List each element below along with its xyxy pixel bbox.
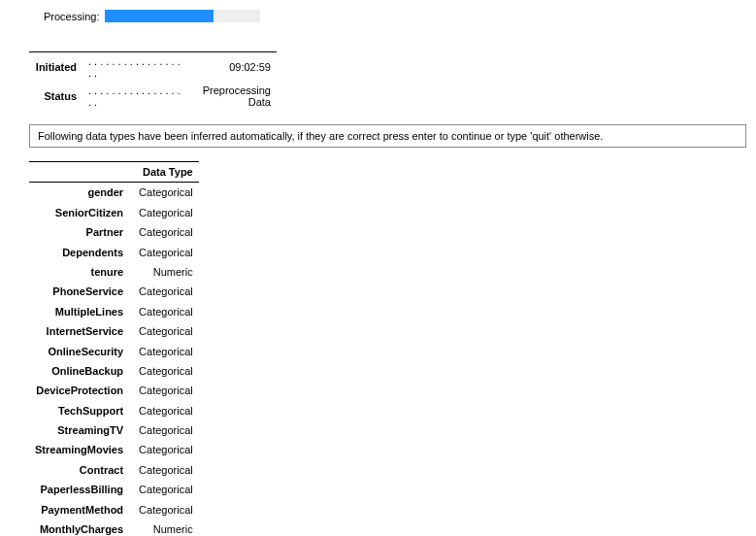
dtype-table: Data Type genderCategoricalSeniorCitizen… [29,161,199,536]
feature-name: StreamingMovies [29,440,129,459]
feature-name: MonthlyCharges [29,519,129,536]
feature-type: Categorical [129,381,199,400]
feature-name: OnlineBackup [29,361,129,381]
table-row: DeviceProtectionCategorical [29,381,199,400]
feature-type: Categorical [129,342,199,361]
feature-name: SeniorCitizen [29,203,129,222]
status-tbody: Initiated. . . . . . . . . . . . . . . .… [29,52,277,112]
feature-name: TechSupport [29,401,129,420]
status-table: Initiated. . . . . . . . . . . . . . . .… [29,51,277,111]
table-row: InternetServiceCategorical [29,321,199,341]
feature-name: MultipleLines [29,302,129,321]
feature-type: Categorical [129,222,199,242]
dtype-tbody: genderCategoricalSeniorCitizenCategorica… [29,183,199,536]
table-row: TechSupportCategorical [29,401,199,420]
status-dots: . . . . . . . . . . . . . . . . . . [82,52,189,83]
table-row: tenureNumeric [29,262,199,282]
feature-type: Categorical [129,243,199,262]
feature-type: Categorical [129,480,199,499]
table-row: OnlineSecurityCategorical [29,342,199,361]
status-value: Preprocessing Data [189,82,277,111]
table-row: PhoneServiceCategorical [29,282,199,301]
processing-row: Processing: [44,10,756,22]
feature-name: PhoneService [29,282,129,301]
feature-name: Contract [29,460,129,480]
table-row: OnlineBackupCategorical [29,361,199,381]
status-label: Initiated [29,52,82,83]
feature-type: Categorical [129,183,199,203]
feature-type: Categorical [129,420,199,440]
status-row: Initiated. . . . . . . . . . . . . . . .… [29,52,277,83]
feature-name: gender [29,183,129,203]
feature-name: OnlineSecurity [29,342,129,361]
status-value: 09:02:59 [189,52,277,83]
table-row: MonthlyChargesNumeric [29,519,199,536]
feature-type: Categorical [129,203,199,222]
feature-name: tenure [29,262,129,282]
table-row: MultipleLinesCategorical [29,302,199,321]
status-label: Status [29,82,82,111]
feature-type: Categorical [129,282,199,301]
table-row: PartnerCategorical [29,222,199,242]
dtype-header-blank [29,162,129,183]
table-row: DependentsCategorical [29,243,199,262]
feature-type: Categorical [129,401,199,420]
feature-type: Categorical [129,440,199,459]
feature-name: Dependents [29,243,129,262]
feature-type: Numeric [129,262,199,282]
table-row: PaymentMethodCategorical [29,500,199,519]
feature-type: Numeric [129,519,199,536]
feature-type: Categorical [129,321,199,341]
feature-name: DeviceProtection [29,381,129,400]
status-dots: . . . . . . . . . . . . . . . . . . [82,82,189,111]
processing-label: Processing: [44,11,99,22]
feature-type: Categorical [129,500,199,519]
progress-fill [105,10,214,22]
feature-type: Categorical [129,361,199,381]
feature-type: Categorical [129,460,199,480]
table-row: StreamingMoviesCategorical [29,440,199,459]
feature-name: Partner [29,222,129,242]
dtype-header-type: Data Type [129,162,199,183]
table-row: PaperlessBillingCategorical [29,480,199,499]
status-row: Status. . . . . . . . . . . . . . . . . … [29,82,277,111]
table-row: SeniorCitizenCategorical [29,203,199,222]
progress-bar [105,10,260,22]
feature-name: PaymentMethod [29,500,129,519]
info-message: Following data types have been inferred … [29,124,746,148]
feature-name: StreamingTV [29,420,129,440]
feature-name: PaperlessBilling [29,480,129,499]
table-row: StreamingTVCategorical [29,420,199,440]
table-row: genderCategorical [29,183,199,203]
feature-name: InternetService [29,321,129,341]
table-row: ContractCategorical [29,460,199,480]
feature-type: Categorical [129,302,199,321]
